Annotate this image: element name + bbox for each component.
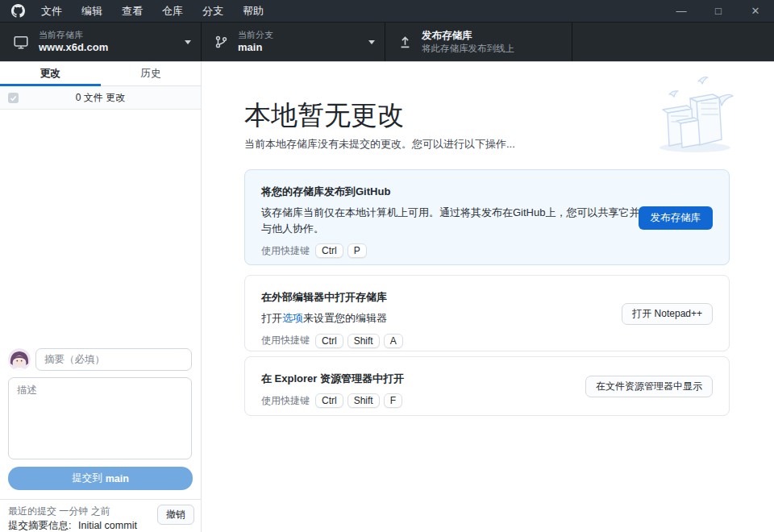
kbd-ctrl: Ctrl <box>315 393 343 408</box>
avatar <box>8 348 31 371</box>
branch-label: 当前分支 <box>238 30 273 41</box>
shortcut-label: 使用快捷键 <box>261 244 310 258</box>
kbd-f: F <box>384 393 402 408</box>
card-open-in-explorer: 在 Explorer 资源管理器中打开 使用快捷键 Ctrl Shift F 在… <box>244 356 730 416</box>
kbd-ctrl: Ctrl <box>315 243 343 258</box>
window-controls: — □ ✕ <box>663 0 774 22</box>
branch-name: main <box>238 41 273 54</box>
monitor-icon <box>13 35 29 50</box>
sidebar: 更改 历史 0 文件 更改 提交到 main 最近的提交 一分钟 之前 提交摘要… <box>0 62 202 532</box>
kbd-shift: Shift <box>347 334 380 348</box>
chevron-down-icon <box>185 40 191 44</box>
commit-button-prefix: 提交到 <box>72 472 102 485</box>
card-open-in-editor: 在外部编辑器中打开存储库 打开选项来设置您的编辑器 使用快捷键 Ctrl Shi… <box>244 275 730 351</box>
recent-commit-title: 最近的提交 一分钟 之前 <box>8 505 110 518</box>
menu-item-branch[interactable]: 分支 <box>193 0 233 22</box>
publish-repository-toolbar-button[interactable]: 发布存储库 将此存储库发布到线上 <box>385 23 572 61</box>
menubar: 文件 编辑 查看 仓库 分支 帮助 — □ ✕ <box>0 0 774 23</box>
recent-commit-message: 提交摘要信息: Initial commit <box>8 519 137 532</box>
kbd-p: P <box>347 243 367 258</box>
card-publish-repository: 将您的存储库发布到GitHub 该存储库当前仅在本地计算机上可用。通过将其发布在… <box>244 169 730 265</box>
repository-name: www.x6d.com <box>39 41 108 54</box>
changes-summary-row: 0 文件 更改 <box>0 86 201 110</box>
shortcut-label: 使用快捷键 <box>261 334 310 347</box>
menu-item-file[interactable]: 文件 <box>31 0 72 22</box>
files-changed-count: 0 文件 更改 <box>76 91 125 105</box>
publish-subtitle: 将此存储库发布到线上 <box>422 43 514 54</box>
kbd-a: A <box>384 334 403 348</box>
shortcut-hint: 使用快捷键 Ctrl P <box>261 243 713 258</box>
menu-item-help[interactable]: 帮助 <box>233 0 273 22</box>
close-button[interactable]: ✕ <box>737 0 774 22</box>
minimize-button[interactable]: — <box>663 0 700 22</box>
commit-summary-input[interactable] <box>35 348 192 371</box>
publish-title: 发布存储库 <box>422 30 514 43</box>
card-body: 打开选项来设置您的编辑器 <box>261 310 647 326</box>
divider <box>0 499 201 500</box>
upload-icon <box>398 35 412 49</box>
main-content: 本地暂无更改 当前本地存储库没有未提交的更改。您可以进行以下操作... <box>202 62 774 532</box>
commit-description-textarea[interactable] <box>8 377 192 459</box>
github-octocat-icon <box>11 4 25 18</box>
body-prefix: 打开 <box>261 312 282 324</box>
kbd-shift: Shift <box>347 393 380 408</box>
page-title: 本地暂无更改 <box>244 98 404 134</box>
chevron-down-icon <box>368 40 375 44</box>
open-in-editor-button[interactable]: 打开 Notepad++ <box>622 303 713 325</box>
options-link[interactable]: 选项 <box>282 312 303 324</box>
body-suffix: 来设置您的编辑器 <box>303 312 387 324</box>
toolbar: 当前存储库 www.x6d.com 当前分支 main 发布存储库 将 <box>0 23 774 62</box>
card-title: 将您的存储库发布到GitHub <box>261 185 713 199</box>
undo-button[interactable]: 撤销 <box>157 505 194 525</box>
select-all-checkbox[interactable] <box>8 93 19 103</box>
publish-repository-button[interactable]: 发布存储库 <box>639 206 714 230</box>
sidebar-tabs: 更改 历史 <box>0 62 201 86</box>
tab-history[interactable]: 历史 <box>101 62 202 85</box>
current-repository-selector[interactable]: 当前存储库 www.x6d.com <box>0 23 202 61</box>
card-body: 该存储库当前仅在本地计算机上可用。通过将其发布在GitHub上，您可以共享它并与… <box>261 205 647 236</box>
menu: 文件 编辑 查看 仓库 分支 帮助 <box>31 0 273 22</box>
commit-button-branch: main <box>106 473 129 484</box>
menu-item-repository[interactable]: 仓库 <box>152 0 193 22</box>
paper-stack-illustration <box>650 75 740 159</box>
repository-label: 当前存储库 <box>39 30 108 41</box>
git-branch-icon <box>214 35 228 49</box>
tab-changes[interactable]: 更改 <box>0 62 101 85</box>
current-branch-selector[interactable]: 当前分支 main <box>202 23 385 61</box>
commit-message-label: 提交摘要信息: <box>8 520 71 531</box>
page-subtitle: 当前本地存储库没有未提交的更改。您可以进行以下操作... <box>244 137 515 152</box>
menu-item-edit[interactable]: 编辑 <box>72 0 112 22</box>
commit-message-value: Initial commit <box>78 520 137 531</box>
show-in-explorer-button[interactable]: 在文件资源管理器中显示 <box>585 376 713 397</box>
menu-item-view[interactable]: 查看 <box>112 0 152 22</box>
suggested-actions: 将您的存储库发布到GitHub 该存储库当前仅在本地计算机上可用。通过将其发布在… <box>244 169 730 416</box>
commit-to-branch-button[interactable]: 提交到 main <box>8 467 193 490</box>
shortcut-label: 使用快捷键 <box>261 394 310 408</box>
kbd-ctrl: Ctrl <box>315 334 343 348</box>
shortcut-hint: 使用快捷键 Ctrl Shift A <box>261 334 713 348</box>
maximize-button[interactable]: □ <box>700 0 737 22</box>
